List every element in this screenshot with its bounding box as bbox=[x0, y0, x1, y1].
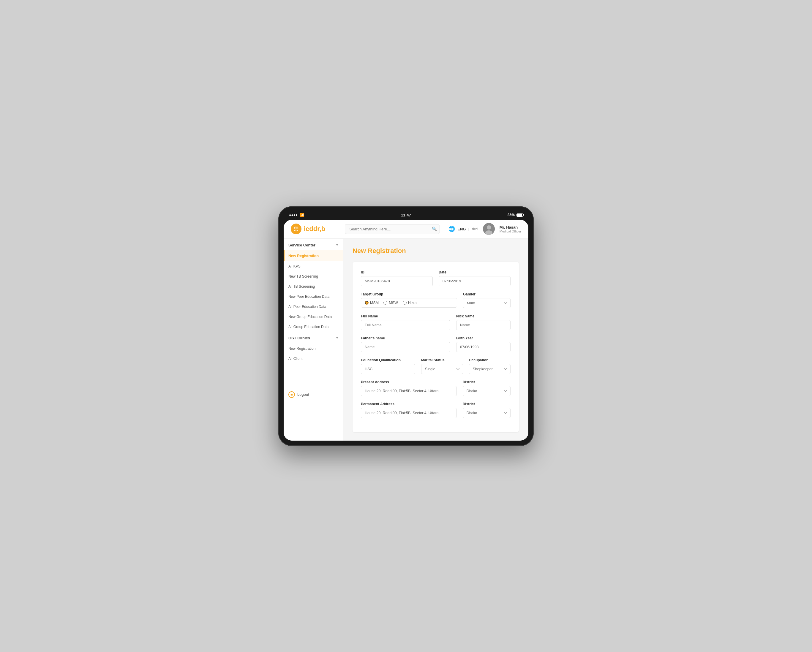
form-row-edu-marital-occ: Education Qualification Marital Status S… bbox=[361, 358, 511, 374]
district1-label: District bbox=[463, 380, 511, 384]
chevron-down-icon-ost: ▾ bbox=[336, 336, 338, 340]
form-group-date: Date bbox=[439, 270, 511, 286]
page-title: New Registration bbox=[353, 247, 519, 255]
radio-hizra[interactable]: Hizra bbox=[403, 301, 417, 305]
ost-clinics-title: OST Clinics bbox=[288, 336, 310, 340]
form-row-id-date: ID Date bbox=[361, 270, 511, 286]
sidebar-item-all-tb-screening[interactable]: All TB Screening bbox=[284, 281, 343, 291]
form-group-present-address: Present Address bbox=[361, 380, 457, 396]
occupation-select[interactable]: Shopkeeper Farmer Other bbox=[469, 364, 511, 374]
user-info: Mr. Hasan Medical Officer bbox=[499, 225, 521, 233]
screen: icddr,b 🔍 🌐 ENG | বাংলা bbox=[284, 220, 528, 440]
nickname-input[interactable] bbox=[456, 320, 511, 330]
logo-text: icddr,b bbox=[304, 225, 325, 233]
sidebar-active-label: New Registration bbox=[288, 254, 319, 258]
marital-label: Marital Status bbox=[421, 358, 463, 362]
form-group-education: Education Qualification bbox=[361, 358, 415, 374]
sidebar-section-ost-clinics: OST Clinics ▾ New Registration All Clien… bbox=[284, 332, 343, 363]
occupation-label: Occupation bbox=[469, 358, 511, 362]
date-label: Date bbox=[439, 270, 511, 274]
form-row-target-gender: Target Group MSM MSW bbox=[361, 292, 511, 308]
fathers-name-input[interactable] bbox=[361, 342, 450, 352]
form-group-marital: Marital Status Single Married Divorced bbox=[421, 358, 463, 374]
service-center-header[interactable]: Service Center ▾ bbox=[284, 239, 343, 250]
sidebar-item-new-group-education[interactable]: New Group Education Data bbox=[284, 311, 343, 321]
search-input[interactable] bbox=[345, 224, 440, 234]
nickname-label: Nick Name bbox=[456, 314, 511, 318]
form-group-gender: Gander Male Female Other bbox=[463, 292, 511, 308]
marital-select[interactable]: Single Married Divorced bbox=[421, 364, 463, 374]
form-group-fullname: Full Name bbox=[361, 314, 450, 330]
present-address-label: Present Address bbox=[361, 380, 457, 384]
sidebar-item-all-client[interactable]: All Client bbox=[284, 353, 343, 363]
battery-fill bbox=[517, 214, 522, 216]
sidebar-item-new-tb-screening[interactable]: New TB Screening bbox=[284, 271, 343, 281]
battery-percent: 86% bbox=[508, 213, 515, 217]
birth-year-input[interactable] bbox=[456, 342, 511, 352]
logo-icon bbox=[291, 224, 301, 234]
logout-icon: ■ bbox=[288, 392, 295, 398]
fathers-name-label: Father's name bbox=[361, 336, 450, 340]
sidebar-item-ost-new-registration[interactable]: New Registration bbox=[284, 343, 343, 353]
device-frame: ●●●● 📶 11:47 86% icddr,b bbox=[278, 206, 534, 446]
registration-form: ID Date Target Group bbox=[353, 262, 519, 432]
form-group-nickname: Nick Name bbox=[456, 314, 511, 330]
search-bar[interactable]: 🔍 bbox=[345, 224, 440, 234]
time-display: 11:47 bbox=[401, 213, 411, 217]
sidebar-item-all-peer-education[interactable]: All Peer Education Data bbox=[284, 302, 343, 311]
sidebar-item-all-group-education[interactable]: All Group Education Data bbox=[284, 321, 343, 332]
target-radio-group: MSM MSW Hizra bbox=[361, 298, 457, 308]
lang-eng[interactable]: ENG bbox=[457, 227, 466, 231]
form-group-id: ID bbox=[361, 270, 433, 286]
signal-icon: ●●●● bbox=[289, 213, 298, 217]
avatar bbox=[483, 223, 495, 235]
app-shell: Service Center ▾ New Registration All KP… bbox=[284, 239, 528, 440]
radio-msm[interactable]: MSM bbox=[365, 301, 379, 305]
lang-bn[interactable]: বাংলা bbox=[472, 227, 478, 231]
user-name: Mr. Hasan bbox=[499, 225, 521, 230]
service-center-title: Service Center bbox=[288, 243, 315, 247]
date-input[interactable] bbox=[439, 276, 511, 286]
language-switcher[interactable]: 🌐 ENG | বাংলা bbox=[449, 225, 478, 232]
radio-msw[interactable]: MSW bbox=[383, 301, 398, 305]
district2-select[interactable]: Dhaka Chittagong bbox=[463, 408, 511, 418]
form-group-occupation: Occupation Shopkeeper Farmer Other bbox=[469, 358, 511, 374]
status-left: ●●●● 📶 bbox=[289, 213, 304, 217]
sidebar-item-all-kps[interactable]: All KPS bbox=[284, 261, 343, 271]
search-icon[interactable]: 🔍 bbox=[432, 227, 437, 231]
radio-msw-label: MSW bbox=[389, 301, 398, 305]
ost-clinics-header[interactable]: OST Clinics ▾ bbox=[284, 332, 343, 343]
status-right: 86% bbox=[508, 213, 523, 217]
main-content: New Registration ID Date bbox=[343, 239, 528, 440]
permanent-address-input[interactable] bbox=[361, 408, 457, 418]
education-label: Education Qualification bbox=[361, 358, 415, 362]
present-address-input[interactable] bbox=[361, 386, 457, 396]
logo-area: icddr,b bbox=[291, 224, 338, 234]
permanent-address-label: Permanent Address bbox=[361, 402, 457, 406]
fullname-input[interactable] bbox=[361, 320, 450, 330]
sidebar-item-new-registration-active[interactable]: New Registration bbox=[284, 250, 343, 261]
radio-hizra-label: Hizra bbox=[408, 301, 417, 305]
birth-year-label: Birth Year bbox=[456, 336, 511, 340]
battery-icon bbox=[516, 213, 523, 217]
gender-select[interactable]: Male Female Other bbox=[463, 298, 511, 308]
form-row-present-address: Present Address District Dhaka Chittagon… bbox=[361, 380, 511, 396]
id-label: ID bbox=[361, 270, 433, 274]
globe-icon: 🌐 bbox=[449, 225, 455, 232]
gender-label: Gander bbox=[463, 292, 511, 296]
district1-select[interactable]: Dhaka Chittagong bbox=[463, 386, 511, 396]
wifi-icon: 📶 bbox=[300, 213, 304, 217]
form-group-district1: District Dhaka Chittagong bbox=[463, 380, 511, 396]
id-input[interactable] bbox=[361, 276, 433, 286]
form-group-permanent-address: Permanent Address bbox=[361, 402, 457, 418]
education-input[interactable] bbox=[361, 364, 415, 374]
radio-msm-label: MSM bbox=[370, 301, 379, 305]
target-group-label: Target Group bbox=[361, 292, 457, 296]
form-row-names: Full Name Nick Name bbox=[361, 314, 511, 330]
form-group-target: Target Group MSM MSW bbox=[361, 292, 457, 308]
fullname-label: Full Name bbox=[361, 314, 450, 318]
status-bar: ●●●● 📶 11:47 86% bbox=[284, 212, 528, 220]
logout-button[interactable]: ■ Logout bbox=[284, 387, 343, 402]
sidebar-item-new-peer-education[interactable]: New Peer Education Data bbox=[284, 291, 343, 302]
lang-divider: | bbox=[468, 227, 469, 231]
